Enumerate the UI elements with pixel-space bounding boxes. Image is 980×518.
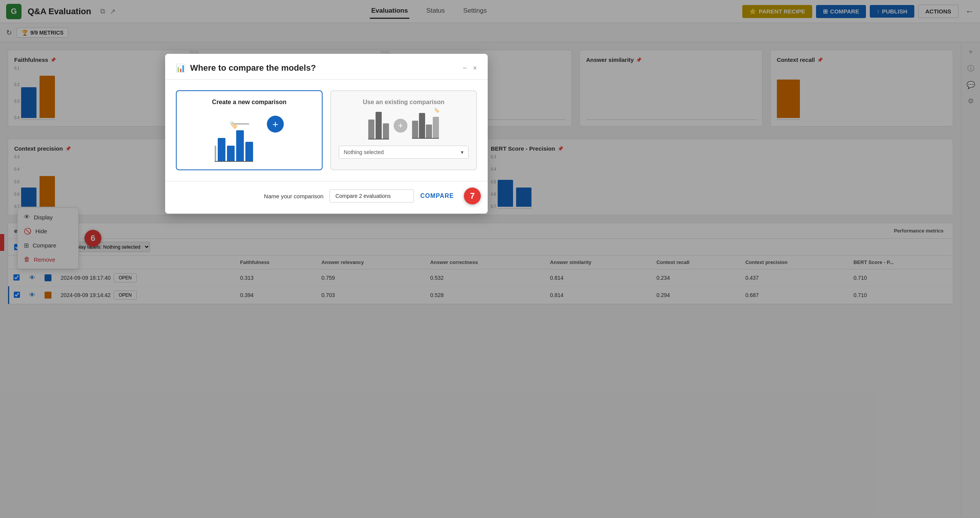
modal-close-button[interactable]: ×	[473, 64, 477, 72]
dropdown-arrow-icon: ▾	[461, 149, 464, 155]
step-7-badge: 7	[464, 188, 481, 204]
compare-name-input[interactable]	[329, 189, 414, 203]
modal-title: Where to compare the models?	[190, 63, 316, 73]
modal-footer: Name your comparison COMPARE 7	[165, 181, 488, 214]
compare-name-label: Name your comparison	[264, 193, 323, 199]
modal-header: 📊 Where to compare the models? − ×	[165, 54, 488, 80]
modal-option-new-illustration: 🏷️ +	[211, 112, 288, 162]
modal-minimize-button[interactable]: −	[463, 64, 467, 72]
compare-modal: 📊 Where to compare the models? − × Creat…	[165, 54, 488, 214]
modal-body: Create a new comparison 🏷️ +	[165, 80, 488, 181]
plus-circle-2-icon: +	[394, 119, 407, 133]
modal-compare-button[interactable]: COMPARE	[420, 193, 454, 199]
modal-chart-icon: 📊	[176, 63, 185, 73]
existing-right-chart: 🏷️	[412, 113, 439, 139]
plus-circle-icon: +	[267, 116, 284, 133]
modal-close-area: − ×	[463, 64, 477, 72]
modal-option-new[interactable]: Create a new comparison 🏷️ +	[176, 90, 323, 170]
modal-overlay	[0, 0, 980, 518]
modal-option-new-title: Create a new comparison	[212, 99, 286, 106]
modal-option-existing-title: Use an existing comparison	[363, 99, 445, 106]
modal-option-existing[interactable]: Use an existing comparison +	[330, 90, 477, 170]
existing-comparison-dropdown[interactable]: Nothing selected ▾	[339, 146, 468, 159]
existing-left-chart	[368, 112, 389, 139]
modal-option-existing-illustration: + 🏷️	[368, 112, 439, 139]
